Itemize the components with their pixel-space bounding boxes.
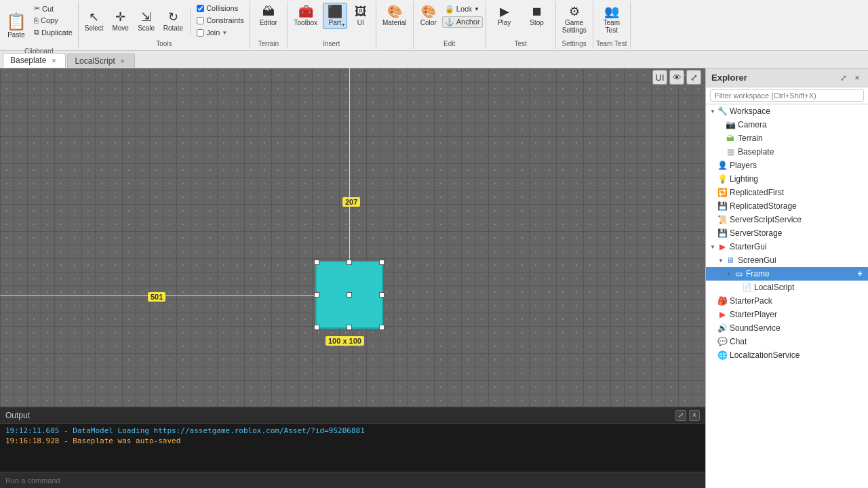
- tree-item-terrain[interactable]: 🏔Terrain: [706, 131, 868, 145]
- join-checkbox[interactable]: [197, 29, 204, 37]
- handle-bot-right[interactable]: [379, 325, 384, 330]
- tree-item-players[interactable]: 👤Players: [706, 159, 868, 172]
- anchor-button[interactable]: ⚓ Anchor: [442, 16, 483, 28]
- tree-item-screen-gui[interactable]: ▼🖥ScreenGui: [706, 253, 868, 267]
- tree-item-local-script[interactable]: 📄LocalScript: [706, 281, 868, 294]
- tab-localscript-close[interactable]: ×: [118, 56, 127, 66]
- tree-toggle-workspace[interactable]: ▼: [709, 107, 717, 115]
- scale-button[interactable]: ⇲ Scale: [134, 8, 159, 35]
- duplicate-label: Duplicate: [41, 28, 73, 37]
- paste-button[interactable]: 📋 Paste: [3, 10, 30, 41]
- tab-baseplate-label: Baseplate: [10, 56, 46, 65]
- tab-baseplate-close[interactable]: ×: [49, 56, 58, 65]
- tree-toggle-frame[interactable]: ▼: [725, 270, 733, 278]
- lock-icon: 🔒: [445, 5, 454, 14]
- material-section: 🎨 Material: [376, 1, 414, 49]
- canvas[interactable]: 207 501 100 x 100: [0, 68, 705, 407]
- toolbox-button[interactable]: 🧰 Toolbox: [290, 3, 321, 29]
- part-button[interactable]: ⬛ Part ▼: [323, 3, 347, 29]
- ui-button[interactable]: 🖼 UI: [349, 3, 373, 29]
- tree-label-starter-pack: StarterPack: [730, 296, 865, 306]
- explorer-search-input[interactable]: [710, 89, 864, 102]
- tree-item-baseplate[interactable]: ▦Baseplate: [706, 145, 868, 159]
- tree-label-baseplate: Baseplate: [738, 147, 865, 157]
- duplicate-button[interactable]: ⧉ Duplicate: [31, 26, 75, 38]
- rotate-button[interactable]: ↻ Rotate: [160, 8, 186, 35]
- tree-label-screen-gui: ScreenGui: [738, 256, 865, 265]
- color-button[interactable]: 🎨 Color: [416, 3, 441, 29]
- dimension-label-501: 501: [148, 292, 165, 302]
- rotate-icon: ↻: [168, 11, 178, 23]
- constraints-button[interactable]: Constraints: [194, 15, 247, 26]
- explorer-popout-button[interactable]: ⤢: [838, 73, 849, 83]
- tree-item-starter-pack[interactable]: 🎒StarterPack: [706, 294, 868, 308]
- tree-toggle-screen-gui[interactable]: ▼: [717, 256, 725, 264]
- join-button[interactable]: Join ▼: [194, 27, 247, 38]
- command-input[interactable]: [5, 476, 700, 485]
- tree-item-lighting[interactable]: 💡Lighting: [706, 172, 868, 186]
- handle-bot-mid[interactable]: [347, 325, 352, 330]
- frame-object[interactable]: [315, 261, 383, 329]
- toolbar: 📋 Paste ✂ Cut ⎘ Copy ⧉ Duplicate Clipboa…: [0, 0, 868, 51]
- team-test-button[interactable]: 👥 Team Test: [596, 3, 627, 37]
- part-icon: ⬛: [328, 5, 342, 18]
- copy-button[interactable]: ⎘ Copy: [31, 15, 75, 26]
- clipboard-section: 📋 Paste ✂ Cut ⎘ Copy ⧉ Duplicate Clipboa…: [0, 1, 79, 49]
- tree-item-chat[interactable]: 💬Chat: [706, 335, 868, 348]
- guide-vertical: [349, 68, 350, 265]
- tree-toggle-starter-gui[interactable]: ▼: [709, 243, 717, 251]
- collisions-button[interactable]: Collisions: [194, 3, 247, 14]
- tree-item-workspace[interactable]: ▼🔧Workspace: [706, 104, 868, 118]
- collisions-checkbox[interactable]: [197, 5, 204, 12]
- handle-top-mid[interactable]: [347, 260, 352, 265]
- play-button[interactable]: ▶ Play: [489, 3, 520, 29]
- constraints-checkbox[interactable]: [197, 17, 204, 24]
- tab-baseplate[interactable]: Baseplate ×: [3, 53, 66, 68]
- tab-localscript[interactable]: LocalScript ×: [67, 54, 134, 68]
- frame-center-handle[interactable]: [347, 292, 352, 298]
- tree-add-button-frame[interactable]: +: [854, 268, 865, 279]
- handle-mid-left[interactable]: [314, 292, 319, 298]
- viewport-camera-button[interactable]: 👁: [669, 70, 684, 85]
- handle-bot-left[interactable]: [314, 325, 319, 330]
- terrain-editor-button[interactable]: 🏔 Editor: [253, 3, 284, 29]
- output-line: 19:16:18.928 - Baseplate was auto-saved: [5, 436, 700, 445]
- handle-top-right[interactable]: [379, 260, 384, 265]
- output-close-button[interactable]: ×: [689, 410, 700, 421]
- tree-item-frame[interactable]: ▼▭Frame+: [706, 267, 868, 281]
- tree-item-replicated-first[interactable]: 🔁ReplicatedFirst: [706, 186, 868, 199]
- paste-icon: 📋: [6, 12, 26, 31]
- tree-toggle-localization: [709, 351, 717, 359]
- material-button[interactable]: 🎨 Material: [379, 3, 410, 29]
- tree-item-localization[interactable]: 🌐LocalizationService: [706, 348, 868, 362]
- explorer-panel: Explorer ⤢ × ▼🔧Workspace📷Camera🏔Terrain▦…: [705, 68, 868, 488]
- game-settings-button[interactable]: ⚙ Game Settings: [559, 3, 590, 37]
- output-content: 19:12:11.605 - DataModel Loading https:/…: [0, 424, 705, 472]
- tree-item-server-script[interactable]: 📜ServerScriptService: [706, 213, 868, 226]
- tree-item-replicated-storage[interactable]: 💾ReplicatedStorage: [706, 199, 868, 213]
- output-popout-button[interactable]: ⤢: [675, 410, 686, 421]
- tabs-bar: Baseplate × LocalScript ×: [0, 51, 868, 68]
- server-icon: 📜: [717, 214, 728, 225]
- tree-toggle-chat: [709, 338, 717, 346]
- lock-button[interactable]: 🔒 Lock ▼: [442, 3, 483, 15]
- tree-label-chat: Chat: [730, 337, 865, 346]
- select-button[interactable]: ↖ Select: [81, 8, 107, 35]
- tree-item-sound-service[interactable]: 🔊SoundService: [706, 321, 868, 335]
- tree-item-server-storage[interactable]: 💾ServerStorage: [706, 226, 868, 240]
- anchor-icon: ⚓: [445, 18, 454, 26]
- tree-label-lighting: Lighting: [730, 174, 865, 184]
- handle-top-left[interactable]: [314, 260, 319, 265]
- move-button[interactable]: ✛ Move: [108, 8, 133, 35]
- handle-mid-right[interactable]: [379, 292, 384, 298]
- tree-item-camera[interactable]: 📷Camera: [706, 118, 868, 131]
- tree-item-starter-player[interactable]: ▶StarterPlayer: [706, 308, 868, 321]
- cut-button[interactable]: ✂ Cut: [31, 3, 75, 14]
- explorer-close-button[interactable]: ×: [852, 73, 863, 83]
- viewport-expand-button[interactable]: ⤢: [686, 70, 701, 85]
- tree-item-starter-gui[interactable]: ▼▶StarterGui: [706, 240, 868, 253]
- tree-label-starter-player: StarterPlayer: [730, 310, 865, 319]
- stop-button[interactable]: ⏹ Stop: [521, 3, 553, 29]
- ui-toggle-button[interactable]: UI: [652, 70, 667, 85]
- tree-label-starter-gui: StarterGui: [730, 242, 865, 251]
